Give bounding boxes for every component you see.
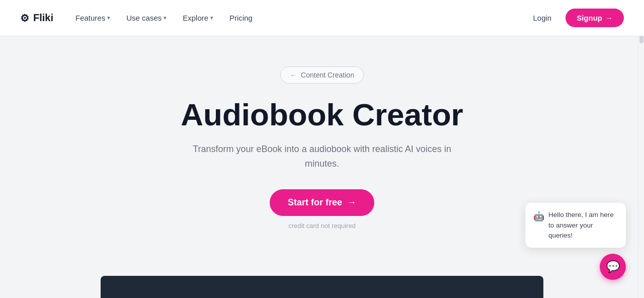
cta-label: Start for free	[288, 197, 342, 208]
hero-subtitle: Transform your eBook into a audiobook wi…	[191, 142, 453, 171]
nav-features-label: Features	[75, 14, 105, 22]
nav-pricing[interactable]: Pricing	[223, 10, 259, 26]
signup-button[interactable]: Signup →	[566, 9, 624, 27]
login-button[interactable]: Login	[527, 10, 557, 26]
chevron-down-icon: ▾	[210, 15, 213, 21]
nav-explore[interactable]: Explore ▾	[177, 10, 219, 26]
scrollbar[interactable]	[638, 0, 644, 298]
chat-icon: 💬	[606, 260, 620, 273]
credit-note: credit card not required	[288, 222, 356, 230]
navbar-right: Login Signup →	[527, 9, 624, 27]
nav-use-cases[interactable]: Use cases ▾	[120, 10, 173, 26]
navbar-left: ⚙ Fliki Features ▾ Use cases ▾ Explore ▾…	[20, 10, 259, 26]
chat-bubble: 🤖 Hello there, I am here to answer your …	[525, 203, 626, 248]
nav-use-cases-label: Use cases	[126, 14, 162, 22]
back-arrow-icon: ←	[290, 71, 297, 79]
nav-links: Features ▾ Use cases ▾ Explore ▾ Pricing	[69, 10, 259, 26]
breadcrumb[interactable]: ← Content Creation	[280, 66, 364, 84]
gear-icon: ⚙	[20, 12, 29, 24]
start-free-button[interactable]: Start for free →	[270, 189, 374, 216]
chat-open-button[interactable]: 💬	[600, 254, 626, 280]
logo-text: Fliki	[33, 12, 53, 24]
preview-bar	[101, 276, 543, 298]
chat-message: Hello there, I am here to answer your qu…	[548, 210, 618, 241]
chat-emoji-icon: 🤖	[533, 210, 544, 224]
page-title: Audiobook Creator	[181, 98, 463, 132]
nav-explore-label: Explore	[183, 14, 208, 22]
breadcrumb-label: Content Creation	[301, 71, 354, 79]
signup-label: Signup	[577, 14, 602, 22]
navbar: ⚙ Fliki Features ▾ Use cases ▾ Explore ▾…	[0, 0, 644, 36]
chevron-down-icon: ▾	[164, 15, 167, 21]
nav-pricing-label: Pricing	[229, 14, 253, 22]
cta-arrow-icon: →	[347, 197, 356, 208]
chevron-down-icon: ▾	[107, 15, 110, 21]
arrow-icon: →	[605, 14, 613, 22]
nav-features[interactable]: Features ▾	[69, 10, 116, 26]
logo[interactable]: ⚙ Fliki	[20, 12, 53, 24]
